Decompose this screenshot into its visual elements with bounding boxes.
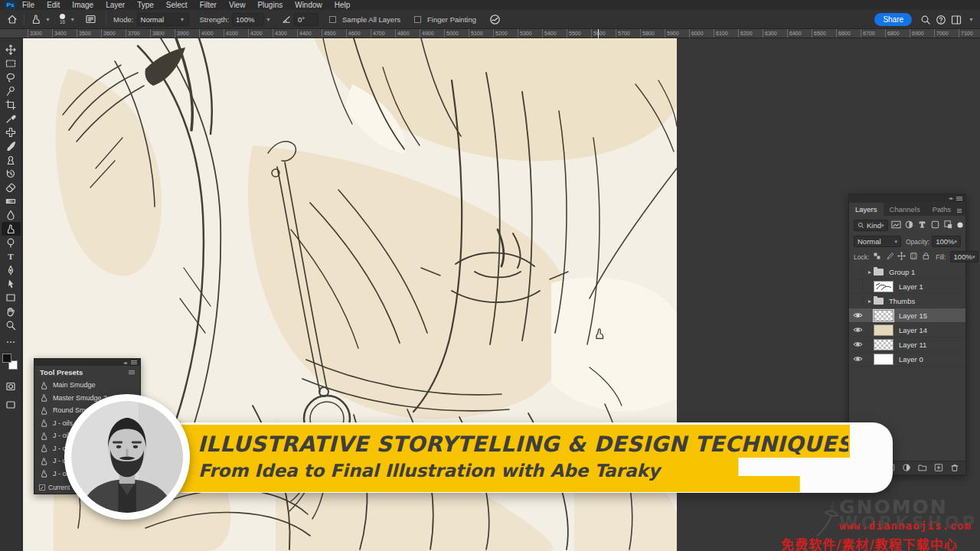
layer-row-layer0[interactable]: Layer 0	[849, 352, 965, 367]
angle-input[interactable]: 0°	[294, 13, 318, 26]
menu-item-view[interactable]: View	[223, 0, 252, 10]
collapse-panel-icon[interactable]: ◂▸	[949, 196, 953, 201]
filter-type-layers-icon[interactable]: T	[917, 220, 927, 231]
tab-channels[interactable]: Channels	[884, 203, 926, 216]
mode-select[interactable]: Normal▼	[137, 13, 189, 26]
opacity-select[interactable]: 100% ▾	[932, 236, 961, 247]
menu-item-image[interactable]: Image	[66, 0, 100, 10]
lasso-tool[interactable]	[2, 70, 21, 84]
layer-row-layer11[interactable]: Layer 11	[849, 337, 965, 352]
filter-shape-layers-icon[interactable]	[930, 220, 940, 231]
share-button[interactable]: Share	[874, 13, 912, 26]
blend-mode-select[interactable]: Normal ▾	[854, 236, 901, 247]
move-tool[interactable]	[2, 43, 21, 57]
new-adjustment-layer-icon[interactable]	[902, 463, 911, 474]
menu-item-type[interactable]: Type	[131, 0, 160, 10]
foreground-color-swatch[interactable]	[2, 354, 11, 363]
crop-tool[interactable]	[2, 98, 21, 112]
menu-item-filter[interactable]: Filter	[194, 0, 223, 10]
spot-healing-brush-tool[interactable]	[2, 126, 21, 139]
visibility-eye-icon[interactable]	[853, 341, 863, 348]
history-brush-tool[interactable]	[2, 167, 21, 181]
smoothing-icon[interactable]	[488, 12, 503, 26]
menu-item-layer[interactable]: Layer	[100, 0, 131, 10]
filter-pixel-layers-icon[interactable]	[891, 220, 901, 231]
lock-artboard-icon[interactable]	[910, 252, 918, 262]
panel-header-strip: ◂▸	[34, 359, 140, 366]
collapse-panel-icon[interactable]: ◂▸	[123, 360, 128, 365]
chevron-down-icon[interactable]: ▼	[969, 17, 974, 22]
path-selection-tool[interactable]	[2, 277, 21, 291]
layer-row-layer14[interactable]: Layer 14	[849, 323, 965, 337]
zoom-tool[interactable]	[2, 318, 21, 332]
chevron-down-icon[interactable]: ▼	[45, 17, 51, 22]
tab-layers[interactable]: Layers	[849, 203, 884, 216]
screen-mode-button[interactable]	[2, 398, 21, 412]
delete-layer-icon[interactable]	[950, 463, 959, 474]
filter-smart-objects-icon[interactable]	[943, 220, 953, 231]
search-icon[interactable]	[918, 13, 933, 27]
lock-all-icon[interactable]	[922, 252, 930, 262]
group-expand-caret[interactable]: ▸	[866, 269, 874, 276]
visibility-eye-icon[interactable]	[853, 355, 863, 363]
lock-transparency-icon[interactable]	[873, 252, 881, 262]
brush-tool[interactable]	[2, 139, 21, 153]
panel-menu-icon[interactable]	[957, 209, 962, 213]
menu-item-plugins[interactable]: Plugins	[251, 0, 289, 10]
brush-settings-panel-icon[interactable]	[83, 12, 98, 26]
menu-item-edit[interactable]: Edit	[41, 0, 66, 10]
finger-painting-checkbox[interactable]: Finger Painting	[414, 15, 479, 24]
blur-tool[interactable]	[2, 208, 21, 222]
strength-select[interactable]: 100%	[232, 13, 264, 26]
edit-toolbar-ellipsis[interactable]	[2, 335, 21, 349]
menu-item-window[interactable]: Window	[289, 0, 328, 10]
brush-preview[interactable]: 16	[60, 14, 65, 25]
menu-item-select[interactable]: Select	[160, 0, 194, 10]
visibility-eye-icon[interactable]	[853, 311, 863, 319]
home-icon[interactable]	[5, 12, 20, 26]
new-group-icon[interactable]	[918, 463, 927, 474]
menu-item-help[interactable]: Help	[328, 0, 357, 10]
lock-pixels-icon[interactable]	[885, 252, 893, 262]
filter-toggle-icon[interactable]	[956, 221, 964, 230]
quick-mask-button[interactable]	[2, 380, 21, 393]
new-layer-icon[interactable]	[934, 463, 943, 474]
type-tool[interactable]: T	[2, 249, 21, 263]
dodge-tool[interactable]	[2, 236, 21, 249]
ruler-tick: 4800	[395, 29, 420, 37]
chevron-down-icon[interactable]: ▼	[70, 17, 75, 22]
layer-filter-kind-select[interactable]: Kind ▾	[854, 220, 888, 231]
chevron-down-icon[interactable]: ▼	[266, 17, 271, 22]
eraser-tool[interactable]	[2, 181, 21, 194]
tab-paths[interactable]: Paths	[926, 203, 957, 216]
preset-main-smudge[interactable]: Main Smudge	[34, 379, 140, 392]
rectangular-marquee-tool[interactable]	[2, 57, 21, 70]
help-icon[interactable]	[933, 13, 949, 27]
sample-all-layers-checkbox[interactable]: Sample All Layers	[329, 15, 403, 24]
visibility-eye-icon[interactable]	[853, 326, 863, 334]
clone-stamp-tool[interactable]	[2, 153, 21, 167]
hand-tool[interactable]	[2, 305, 21, 318]
horizontal-ruler[interactable]: 3300340035003600370038003900400041004200…	[23, 29, 980, 38]
gradient-tool[interactable]	[2, 194, 21, 208]
smudge-tool-preset-icon[interactable]	[28, 12, 44, 26]
layer-row-group1[interactable]: ▸ Group 1	[849, 265, 965, 279]
photoshop-logo[interactable]: Ps	[5, 1, 16, 9]
menu-item-file[interactable]: File	[16, 0, 41, 10]
rectangle-tool[interactable]	[2, 291, 21, 305]
smudge-tool[interactable]	[2, 222, 21, 236]
panel-menu-icon[interactable]	[956, 197, 962, 201]
quick-selection-tool[interactable]	[2, 84, 21, 98]
panel-menu-icon[interactable]	[131, 360, 137, 364]
fill-select[interactable]: 100% ▾	[950, 251, 979, 262]
layer-row-layer15[interactable]: Layer 15	[849, 308, 965, 323]
layer-row-thumbs[interactable]: ▸ Thumbs	[849, 294, 965, 308]
lock-position-icon[interactable]	[897, 252, 906, 262]
pen-tool[interactable]	[2, 263, 21, 277]
workspace-icon[interactable]	[949, 13, 964, 27]
layer-row-layer1[interactable]: Layer 1	[849, 279, 965, 294]
group-expand-caret[interactable]: ▸	[866, 298, 874, 305]
panel-menu-icon[interactable]	[129, 370, 135, 374]
eyedropper-tool[interactable]	[2, 112, 21, 126]
filter-adjustment-layers-icon[interactable]	[904, 220, 914, 231]
